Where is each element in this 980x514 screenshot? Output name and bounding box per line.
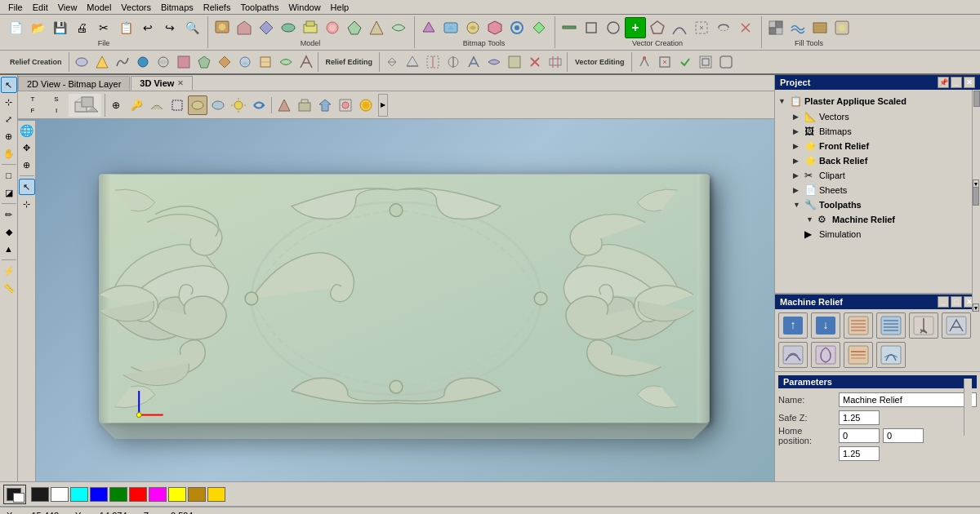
pan-3d-tool[interactable]: ✥ <box>19 140 35 156</box>
rc-btn-3[interactable] <box>113 52 132 72</box>
re-btn-1[interactable] <box>382 52 402 72</box>
undo-button[interactable]: ↩ <box>137 17 158 38</box>
zoom-tool[interactable]: ⊕ <box>1 128 17 144</box>
vp-front-view[interactable]: F <box>21 105 44 116</box>
pointer-tool[interactable]: ↖ <box>19 179 35 195</box>
rc-btn-4[interactable] <box>133 52 153 72</box>
vp-side-view[interactable]: S <box>45 94 68 104</box>
fill-btn-2[interactable] <box>787 17 808 38</box>
fill-btn-1[interactable] <box>765 17 786 38</box>
open-button[interactable]: 📂 <box>27 17 48 38</box>
bitmap-btn-3[interactable] <box>462 17 483 38</box>
vp-lighting[interactable] <box>229 95 248 115</box>
save-button[interactable]: 💾 <box>49 17 70 38</box>
mc-tool2-button[interactable] <box>942 312 971 339</box>
project-close-button[interactable]: ✕ <box>964 77 975 88</box>
menu-vectors[interactable]: Vectors <box>116 2 156 13</box>
vp-top-view[interactable]: T <box>21 94 44 104</box>
tree-front-relief[interactable]: ▶ ⭐ Front Relief <box>790 139 978 153</box>
rc-btn-6[interactable] <box>174 52 194 72</box>
model-btn-4[interactable] <box>278 17 299 38</box>
draw-tool[interactable]: ✏ <box>1 206 17 223</box>
color-green[interactable] <box>109 487 127 502</box>
vc-btn-1[interactable] <box>559 17 580 38</box>
vc-btn-3[interactable] <box>603 17 624 38</box>
vp-more-2[interactable] <box>336 95 355 115</box>
zoom-button[interactable]: 🔍 <box>181 17 203 38</box>
color-black[interactable] <box>31 487 49 502</box>
rc-btn-7[interactable] <box>194 52 214 72</box>
menu-toolpaths[interactable]: Toolpaths <box>235 2 283 13</box>
re-btn-7[interactable] <box>505 52 524 72</box>
ve-btn-4[interactable] <box>696 52 715 72</box>
print-button[interactable]: 🖨 <box>71 17 92 38</box>
ve-btn-3[interactable] <box>675 52 695 72</box>
vp-more-1[interactable] <box>315 95 335 115</box>
view-3d-tool[interactable]: ◪ <box>1 184 17 201</box>
model-btn-6[interactable] <box>322 17 343 38</box>
scrollbar-down-arrow[interactable]: ▼ <box>973 304 979 312</box>
menu-file[interactable]: File <box>3 2 28 13</box>
model-btn-5[interactable] <box>300 17 321 38</box>
mc-tool3-button[interactable] <box>778 342 808 368</box>
project-root[interactable]: ▼ 📋 Plaster Applique Scaled <box>777 93 978 109</box>
re-btn-3[interactable] <box>423 52 443 72</box>
vp-toolbar-expand[interactable]: ▶ <box>378 94 388 117</box>
re-btn-4[interactable] <box>443 52 463 72</box>
re-btn-6[interactable] <box>484 52 504 72</box>
rc-btn-12[interactable] <box>296 52 316 72</box>
mc-toolpath-calc-button[interactable] <box>876 342 906 368</box>
fill-btn-4[interactable] <box>831 17 853 38</box>
menu-help[interactable]: Help <box>326 2 354 13</box>
cut-button[interactable]: ✂ <box>93 17 114 38</box>
model-btn-9[interactable] <box>388 17 409 38</box>
ve-btn-5[interactable] <box>716 52 736 72</box>
vc-btn-8[interactable] <box>713 17 734 38</box>
node-edit-tool[interactable]: ⊹ <box>1 94 17 110</box>
vc-btn-9[interactable] <box>735 17 756 38</box>
tree-vectors[interactable]: ▶ 📐 Vectors <box>790 109 978 124</box>
mc-drill-button[interactable] <box>909 312 938 339</box>
model-btn-3[interactable] <box>256 17 277 38</box>
vp-select-relief[interactable] <box>274 95 294 115</box>
vp-iso-view[interactable]: I <box>45 105 68 116</box>
mc-up-button[interactable]: ↑ <box>778 312 808 339</box>
vp-spin[interactable] <box>249 95 269 115</box>
re-btn-9[interactable] <box>546 52 565 72</box>
tab-close-icon[interactable]: ✕ <box>177 79 184 87</box>
vp-shaded2[interactable] <box>208 95 228 115</box>
rc-btn-2[interactable] <box>92 52 112 72</box>
vp-more-3[interactable] <box>356 95 376 115</box>
vp-toggle-relief[interactable] <box>147 95 167 115</box>
rc-btn-11[interactable] <box>276 52 296 72</box>
view-2d-tool[interactable]: □ <box>1 167 17 184</box>
background-swatch[interactable] <box>13 493 24 503</box>
color-red[interactable] <box>129 487 147 502</box>
relief-tool[interactable]: ▲ <box>1 241 17 257</box>
bitmap-btn-5[interactable] <box>506 17 528 38</box>
transform-tool[interactable]: ⤢ <box>1 111 17 127</box>
tab-3d-view[interactable]: 3D View ✕ <box>131 76 193 91</box>
snap-tool[interactable]: ⚡ <box>1 263 17 279</box>
measure-tool[interactable]: 📏 <box>1 280 17 296</box>
re-btn-8[interactable] <box>525 52 545 72</box>
model-btn-2[interactable] <box>234 17 255 38</box>
menu-bitmaps[interactable]: Bitmaps <box>156 2 198 13</box>
vc-btn-5[interactable] <box>647 17 668 38</box>
menu-window[interactable]: Window <box>283 2 325 13</box>
machine-maximize-button[interactable]: □ <box>951 296 962 308</box>
menu-model[interactable]: Model <box>82 2 116 13</box>
tree-clipart[interactable]: ▶ ✂ Clipart <box>790 168 978 183</box>
bitmap-btn-1[interactable] <box>418 17 439 38</box>
color-cyan[interactable] <box>70 487 88 502</box>
tree-bitmaps[interactable]: ▶ 🖼 Bitmaps <box>790 124 978 139</box>
select-tool[interactable]: ↖ <box>1 77 17 93</box>
home-y-input[interactable] <box>883 428 924 443</box>
bitmap-btn-2[interactable] <box>440 17 461 38</box>
menu-reliefs[interactable]: Reliefs <box>198 2 236 13</box>
rc-btn-5[interactable] <box>154 52 173 72</box>
project-scrollbar[interactable]: ▼ <box>972 181 980 312</box>
node-3d-tool[interactable]: ⊹ <box>19 196 35 212</box>
vc-btn-4[interactable]: + <box>625 17 646 38</box>
mc-raster2-button[interactable] <box>876 312 906 339</box>
